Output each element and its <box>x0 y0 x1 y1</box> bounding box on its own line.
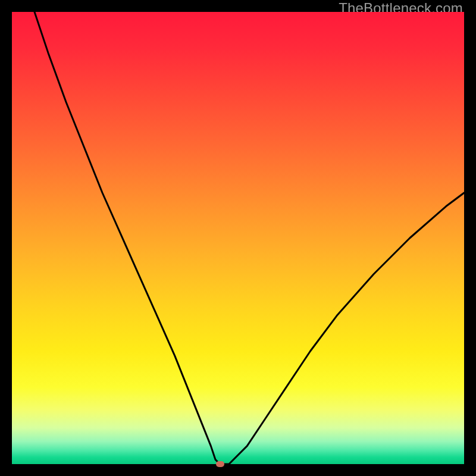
chart-frame: TheBottleneck.com <box>0 0 476 476</box>
optimal-point-marker <box>216 461 224 467</box>
plot-area <box>12 12 464 464</box>
bottleneck-curve <box>35 12 464 464</box>
curve-svg <box>12 12 464 464</box>
